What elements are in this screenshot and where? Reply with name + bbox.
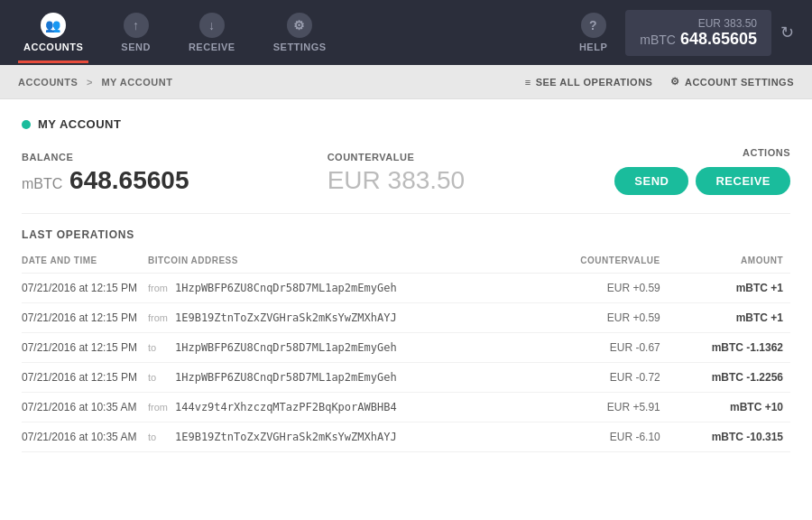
account-title-row: MY ACCOUNT [22, 117, 790, 131]
col-countervalue: COUNTERVALUE [531, 252, 667, 274]
col-address: BITCOIN ADDRESS [148, 252, 531, 274]
breadcrumb-bar: ACCOUNTS > MY ACCOUNT ≡ SEE ALL OPERATIO… [0, 65, 812, 99]
op-direction: to [148, 333, 175, 363]
op-countervalue: EUR -0.67 [531, 333, 667, 363]
settings-icon: ⚙ [287, 13, 312, 38]
balance-column: BALANCE mBTC 648.65605 [22, 152, 309, 195]
countervalue-value: EUR 383.50 [328, 166, 615, 195]
table-row[interactable]: 07/21/2016 at 12:15 PM to 1HzpWBFP6ZU8Cn… [22, 363, 790, 393]
balance-display: EUR 383.50 mBTC 648.65605 [625, 10, 771, 56]
op-datetime: 07/21/2016 at 12:15 PM [22, 303, 148, 333]
op-countervalue: EUR -0.72 [531, 363, 667, 393]
nav-label-send: SEND [121, 42, 151, 52]
op-direction: to [148, 422, 175, 452]
table-row[interactable]: 07/21/2016 at 12:15 PM from 1HzpWBFP6ZU8… [22, 274, 790, 303]
breadcrumb-accounts[interactable]: ACCOUNTS [18, 77, 78, 88]
countervalue-column: COUNTERVALUE EUR 383.50 [309, 152, 615, 195]
col-datetime: DATE AND TIME [22, 252, 148, 274]
op-datetime: 07/21/2016 at 12:15 PM [22, 333, 148, 363]
receive-button[interactable]: RECEIVE [696, 167, 790, 195]
account-name: MY ACCOUNT [38, 117, 121, 131]
op-direction: from [148, 393, 175, 422]
list-icon: ≡ [525, 77, 531, 88]
main-content: MY ACCOUNT BALANCE mBTC 648.65605 COUNTE… [0, 99, 812, 520]
top-navigation: 👥 ACCOUNTS ↑ SEND ↓ RECEIVE ⚙ SETTINGS ?… [0, 0, 812, 65]
op-address: 1E9B19ZtnToZxZVGHraSk2mKsYwZMXhAYJ [175, 303, 531, 333]
balance-eur: EUR 383.50 [640, 17, 757, 30]
nav-item-send[interactable]: ↑ SEND [115, 5, 156, 60]
op-address: 1HzpWBFP6ZU8CnqDr58D7ML1ap2mEmyGeh [175, 363, 531, 393]
breadcrumb: ACCOUNTS > MY ACCOUNT [18, 77, 525, 88]
op-amount: mBTC -1.1362 [668, 333, 790, 363]
nav-label-help: HELP [579, 42, 607, 52]
account-status-dot [22, 120, 31, 129]
nav-item-accounts[interactable]: 👥 ACCOUNTS [18, 5, 88, 60]
op-datetime: 07/21/2016 at 12:15 PM [22, 274, 148, 303]
op-amount: mBTC +1 [668, 274, 790, 303]
breadcrumb-my-account: MY ACCOUNT [101, 77, 172, 88]
op-amount: mBTC +1 [668, 303, 790, 333]
op-address: 1HzpWBFP6ZU8CnqDr58D7ML1ap2mEmyGeh [175, 333, 531, 363]
table-row[interactable]: 07/21/2016 at 10:35 AM to 1E9B19ZtnToZxZ… [22, 422, 790, 452]
nav-item-help[interactable]: ? HELP [579, 13, 607, 52]
actions-label: ACTIONS [743, 147, 790, 158]
op-address: 1HzpWBFP6ZU8CnqDr58D7ML1ap2mEmyGeh [175, 274, 531, 303]
help-icon: ? [581, 13, 606, 38]
op-countervalue: EUR +0.59 [531, 274, 667, 303]
receive-icon: ↓ [199, 13, 225, 38]
op-amount: mBTC +10 [668, 393, 790, 422]
see-all-operations-link[interactable]: ≡ SEE ALL OPERATIONS [525, 77, 653, 88]
op-countervalue: EUR +5.91 [531, 393, 667, 422]
col-amount: AMOUNT [668, 252, 790, 274]
actions-column: ACTIONS SEND RECEIVE [614, 147, 790, 195]
op-direction: from [148, 303, 175, 333]
balance-mbtc: mBTC 648.65605 [640, 30, 757, 49]
action-buttons: SEND RECEIVE [614, 167, 790, 195]
operations-table: DATE AND TIME BITCOIN ADDRESS COUNTERVAL… [22, 252, 790, 452]
op-countervalue: EUR -6.10 [531, 422, 667, 452]
send-button[interactable]: SEND [614, 167, 688, 195]
balance-label: BALANCE [22, 152, 309, 162]
nav-label-settings: SETTINGS [273, 42, 327, 52]
op-direction: from [148, 274, 175, 303]
balance-value: mBTC 648.65605 [22, 166, 309, 195]
balance-mbtc-unit: mBTC [640, 32, 676, 47]
op-datetime: 07/21/2016 at 12:15 PM [22, 363, 148, 393]
table-row[interactable]: 07/21/2016 at 12:15 PM from 1E9B19ZtnToZ… [22, 303, 790, 333]
balance-mbtc-value: 648.65605 [680, 30, 757, 48]
nav-label-receive: RECEIVE [189, 42, 235, 52]
balance-mbtc-unit: mBTC [22, 176, 62, 191]
op-amount: mBTC -10.315 [668, 422, 790, 452]
op-amount: mBTC -1.2256 [668, 363, 790, 393]
balance-section: BALANCE mBTC 648.65605 COUNTERVALUE EUR … [22, 147, 790, 195]
breadcrumb-actions: ≡ SEE ALL OPERATIONS ⚙ ACCOUNT SETTINGS [525, 76, 794, 88]
op-datetime: 07/21/2016 at 10:35 AM [22, 393, 148, 422]
refresh-icon[interactable]: ↻ [780, 23, 794, 42]
account-settings-link[interactable]: ⚙ ACCOUNT SETTINGS [670, 76, 794, 88]
op-address: 1E9B19ZtnToZxZVGHraSk2mKsYwZMXhAYJ [175, 422, 531, 452]
gear-icon: ⚙ [670, 76, 680, 88]
table-row[interactable]: 07/21/2016 at 10:35 AM from 144vz9t4rXhz… [22, 393, 790, 422]
nav-label-accounts: ACCOUNTS [23, 42, 83, 52]
op-address: 144vz9t4rXhzczqMTazPF2BqKporAWBHB4 [175, 393, 531, 422]
accounts-icon: 👥 [41, 13, 66, 38]
countervalue-label: COUNTERVALUE [328, 152, 615, 162]
balance-mbtc-amount: 648.65605 [69, 166, 189, 194]
op-direction: to [148, 363, 175, 393]
nav-item-receive[interactable]: ↓ RECEIVE [183, 5, 241, 60]
op-countervalue: EUR +0.59 [531, 303, 667, 333]
nav-item-settings[interactable]: ⚙ SETTINGS [268, 5, 332, 60]
last-operations-title: LAST OPERATIONS [22, 213, 790, 241]
table-row[interactable]: 07/21/2016 at 12:15 PM to 1HzpWBFP6ZU8Cn… [22, 333, 790, 363]
op-datetime: 07/21/2016 at 10:35 AM [22, 422, 148, 452]
send-icon: ↑ [124, 13, 149, 38]
breadcrumb-separator: > [87, 77, 93, 88]
